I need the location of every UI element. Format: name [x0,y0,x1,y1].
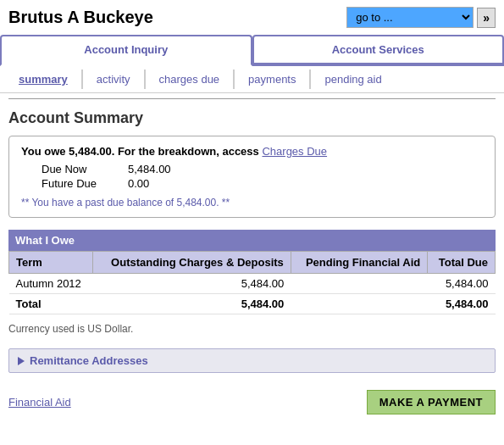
triangle-icon [18,357,25,365]
subtab-pending-aid[interactable]: pending aid [311,70,395,89]
charges-due-link[interactable]: Charges Due [262,145,327,158]
info-box: You owe 5,484.00. For the breakdown, acc… [8,136,496,218]
row-total-due: 5,484.00 [428,274,496,294]
total-pending-aid [291,294,427,314]
subtab-summary[interactable]: summary [5,70,83,89]
what-i-owe-header: What I Owe [8,230,496,251]
remittance-section[interactable]: Remittance Addresses [8,348,496,373]
col-term: Term [9,252,93,274]
future-due-amount: 0.00 [128,177,149,190]
header: Brutus A Buckeye go to ... » [0,0,504,35]
header-nav: go to ... » [346,7,496,28]
owe-text: You owe 5,484.00. For the breakdown, acc… [21,145,259,158]
owe-line: You owe 5,484.00. For the breakdown, acc… [21,145,483,158]
subtab-payments[interactable]: payments [235,70,311,89]
total-label: Total [9,294,93,314]
main-tabs: Account Inquiry Account Services [0,35,504,66]
future-due-label: Future Due [42,177,118,190]
divider [8,98,496,99]
breakdown-list: Due Now 5,484.00 Future Due 0.00 [21,163,483,190]
tab-account-services[interactable]: Account Services [252,35,505,64]
total-outstanding: 5,484.00 [92,294,291,314]
financial-aid-link[interactable]: Financial Aid [8,396,71,409]
total-due: 5,484.00 [428,294,496,314]
subtab-charges-due[interactable]: charges due [146,70,235,89]
due-now-amount: 5,484.00 [128,163,171,175]
table-total-row: Total 5,484.00 5,484.00 [9,294,496,314]
app-title: Brutus A Buckeye [8,8,153,27]
due-now-label: Due Now [42,163,118,175]
past-due-message: ** You have a past due balance of 5,484.… [21,197,483,209]
what-i-owe-table: Term Outstanding Charges & Deposits Pend… [8,251,496,314]
breakdown-due-now: Due Now 5,484.00 [42,163,483,175]
table-header-row: Term Outstanding Charges & Deposits Pend… [9,252,496,274]
col-pending-aid: Pending Financial Aid [291,252,427,274]
currency-note: Currency used is US Dollar. [0,320,504,343]
make-payment-button[interactable]: MAKE A PAYMENT [367,390,496,414]
what-i-owe-section: What I Owe Term Outstanding Charges & De… [8,230,496,314]
row-pending-aid [291,274,427,294]
tab-account-inquiry[interactable]: Account Inquiry [0,35,252,66]
nav-arrow-button[interactable]: » [477,8,496,28]
page-title: Account Summary [0,104,504,136]
breakdown-future-due: Future Due 0.00 [42,177,483,190]
row-term: Autumn 2012 [9,274,93,294]
sub-tabs: summary activity charges due payments pe… [0,66,504,93]
subtab-activity[interactable]: activity [83,70,146,89]
goto-select[interactable]: go to ... [346,7,474,28]
col-outstanding: Outstanding Charges & Deposits [92,252,291,274]
footer-bar: Financial Aid MAKE A PAYMENT [0,381,504,420]
remittance-label: Remittance Addresses [30,354,148,367]
table-row: Autumn 2012 5,484.00 5,484.00 [9,274,496,294]
row-outstanding: 5,484.00 [92,274,291,294]
col-total-due: Total Due [428,252,496,274]
